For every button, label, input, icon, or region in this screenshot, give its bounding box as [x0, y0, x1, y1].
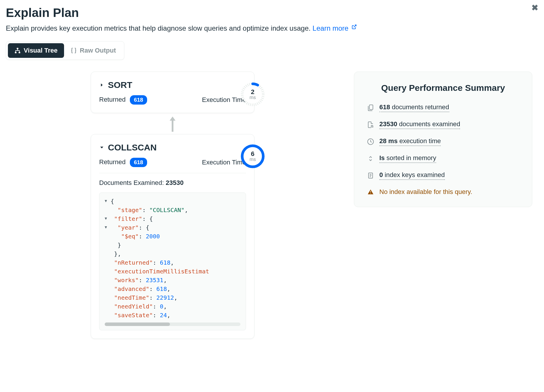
docs-returned-text: documents returned: [390, 103, 449, 111]
sort-time-ring: 2 ms: [240, 81, 266, 107]
summary-warning: No index available for this query.: [367, 188, 519, 196]
scrollbar-thumb[interactable]: [105, 322, 170, 326]
sort-returned-badge: 618: [130, 95, 147, 105]
code-val: "COLLSCAN": [149, 206, 184, 214]
tab-visual-tree[interactable]: Visual Tree: [8, 43, 64, 58]
svg-rect-1: [17, 48, 18, 49]
svg-rect-2: [15, 52, 17, 53]
tab-visual-tree-label: Visual Tree: [24, 47, 58, 54]
docs-examined-value: 23530: [166, 179, 183, 186]
code-key: "works": [114, 276, 139, 285]
index-keys-text: index keys examined: [383, 171, 445, 178]
sort-returned-label: Returned: [99, 96, 126, 103]
docs-examined-text: documents examined: [397, 120, 460, 128]
exec-time-value: 28 ms: [379, 137, 397, 145]
code-key: "year": [118, 223, 139, 232]
summary-docs-returned: 618 documents returned: [367, 103, 519, 112]
subtitle-text: Explain provides key execution metrics t…: [6, 24, 313, 32]
documents-icon: [367, 104, 374, 111]
docs-examined: Documents Examined: 23530: [99, 179, 246, 187]
stage-collscan-name: COLLSCAN: [108, 143, 157, 152]
caret-icon[interactable]: ▼: [105, 197, 111, 205]
code-val: 618: [160, 258, 171, 267]
page-subtitle: Explain provides key execution metrics t…: [6, 24, 538, 32]
tab-raw-output[interactable]: Raw Output: [64, 43, 122, 58]
sorted-value: Is: [379, 154, 385, 162]
code-key: "$eq": [121, 232, 139, 241]
sorted-text: sorted in memory: [385, 154, 436, 162]
summary-sorted: Is sorted in memory: [367, 154, 519, 163]
stage-sort-name: SORT: [108, 80, 132, 90]
collscan-time-ring: 6 ms: [240, 143, 266, 169]
stage-sort-card: SORT Returned 618 Execution Time 2 ms: [91, 72, 254, 113]
json-code-block: ▼{ "stage": "COLLSCAN", ▼ "filter": { ▼ …: [99, 192, 246, 330]
clock-icon: [367, 138, 374, 145]
document-search-icon: [367, 121, 374, 128]
chevron-right-icon[interactable]: [99, 82, 104, 88]
code-key: "stage": [118, 206, 142, 214]
summary-title: Query Performance Summary: [367, 83, 519, 93]
close-button[interactable]: ✖: [531, 3, 538, 13]
page-title: Explain Plan: [6, 6, 538, 20]
svg-rect-8: [369, 105, 373, 110]
code-val: 23531: [146, 276, 163, 285]
collscan-returned-label: Returned: [99, 158, 126, 166]
code-key: "executionTimeMillisEstimat: [114, 267, 209, 276]
external-link-icon: [352, 24, 357, 30]
learn-more-text: Learn more: [313, 24, 349, 32]
collscan-returned-badge: 618: [130, 158, 147, 167]
tree-icon: [14, 47, 21, 54]
stage-collscan-card: COLLSCAN Returned 618 Execution Time 6 m…: [91, 134, 254, 339]
query-performance-summary: Query Performance Summary 618 documents …: [354, 72, 532, 207]
learn-more-link[interactable]: Learn more: [313, 24, 357, 32]
divider: [99, 173, 246, 173]
horizontal-scrollbar[interactable]: [105, 322, 240, 326]
code-val: 618: [156, 285, 167, 293]
tab-raw-output-label: Raw Output: [80, 47, 116, 54]
collscan-time-value: 6: [249, 151, 256, 157]
code-key: "advanced": [114, 285, 149, 293]
summary-exec-time: 28 ms execution time: [367, 137, 519, 146]
sort-time-value: 2: [249, 89, 256, 95]
braces-icon: [70, 47, 77, 54]
view-tabs: Visual Tree Raw Output: [6, 41, 124, 60]
warning-text: No index available for this query.: [379, 188, 472, 196]
arrow-connector: [91, 115, 254, 132]
docs-examined-value: 23530: [379, 120, 397, 128]
code-val: 0: [160, 302, 163, 311]
code-key: "filter": [114, 214, 142, 223]
sort-icon: [367, 155, 374, 162]
caret-icon[interactable]: ▼: [105, 223, 111, 231]
code-val: 24: [160, 311, 167, 320]
summary-docs-examined: 23530 documents examined: [367, 120, 519, 129]
warning-icon: [367, 188, 374, 195]
svg-rect-3: [19, 52, 20, 53]
sort-time-unit: ms: [249, 95, 256, 100]
code-key: "needYield": [114, 302, 153, 311]
summary-index-keys: 0 index keys examined: [367, 171, 519, 180]
exec-time-text: execution time: [397, 137, 441, 145]
docs-returned-value: 618: [379, 103, 390, 111]
code-key: "needTime": [114, 293, 149, 302]
file-icon: [367, 172, 374, 179]
docs-examined-label: Documents Examined:: [99, 179, 166, 186]
visual-tree: SORT Returned 618 Execution Time 2 ms: [91, 72, 254, 339]
caret-icon[interactable]: ▼: [105, 214, 111, 223]
index-keys-value: 0: [379, 171, 383, 178]
code-val: 22912: [156, 293, 174, 302]
svg-line-0: [354, 25, 356, 27]
code-val: 2000: [146, 232, 160, 241]
code-key: "saveState": [114, 311, 153, 320]
collscan-time-unit: ms: [249, 157, 256, 162]
code-key: "nReturned": [114, 258, 153, 267]
chevron-down-icon[interactable]: [99, 145, 104, 150]
